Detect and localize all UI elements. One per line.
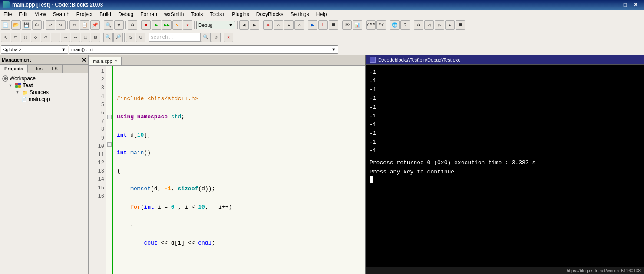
code-editor: main.cpp ✕ 1 2 3 4 5 6 7 8 9 10 11 12 13… — [89, 55, 366, 274]
tab-fs[interactable]: FS — [47, 65, 63, 73]
sep13 — [412, 21, 412, 29]
parallelogram-tool[interactable]: ▱ — [41, 33, 50, 42]
arrow-tool[interactable]: → — [61, 33, 70, 42]
diamond-tool[interactable]: ◇ — [31, 33, 40, 42]
code-text[interactable]: #include <bits/stdc++.h> using namespace… — [113, 66, 365, 274]
copy-button[interactable]: 📋 — [80, 20, 89, 30]
tab-files[interactable]: Files — [28, 65, 47, 73]
watches-button[interactable]: 👁 — [342, 20, 352, 30]
code-tab-main-cpp[interactable]: main.cpp ✕ — [89, 57, 122, 65]
scope-dropdown[interactable]: <global> ▼ — [1, 45, 68, 54]
debug-run-button[interactable]: ▶ — [308, 20, 317, 30]
menu-fortran[interactable]: Fortran — [137, 10, 161, 19]
shape-sep3 — [147, 33, 147, 42]
tab-projects[interactable]: Projects — [0, 65, 28, 73]
menu-file[interactable]: File — [0, 10, 15, 19]
extra2-button[interactable]: ⏹ — [456, 20, 465, 30]
undo-button[interactable]: ↩ — [46, 20, 55, 30]
bp4-button[interactable]: ⬨ — [294, 20, 304, 30]
terminal-content[interactable]: -1 -1 -1 -1 -1 -1 -1 -1 -1 -1 Process re… — [366, 65, 644, 267]
menu-debug[interactable]: Debug — [115, 10, 137, 19]
clear-btn[interactable]: ✕ — [224, 33, 233, 42]
cursor-tool[interactable]: ↖ — [1, 33, 10, 42]
menu-doxyblocks[interactable]: DoxyBlocks — [253, 10, 287, 19]
find-btn2[interactable]: 🔍 — [201, 33, 211, 42]
save-all-button[interactable]: 🗂 — [32, 20, 42, 30]
menu-plugins[interactable]: Plugins — [228, 10, 252, 19]
process-tool[interactable]: □ — [81, 33, 90, 42]
menu-project[interactable]: Project — [73, 10, 96, 19]
rounded-rect-tool[interactable]: ▢ — [21, 33, 30, 42]
minimize-button[interactable]: _ — [610, 2, 620, 8]
bookmark-button[interactable]: ✦ — [445, 20, 455, 30]
build-run-button[interactable]: ▶▶ — [162, 20, 172, 30]
double-arrow-tool[interactable]: ↔ — [71, 33, 80, 42]
zoom-in-button[interactable]: 🔍 — [103, 33, 113, 42]
bp3-button[interactable]: ⬧ — [284, 20, 294, 30]
management-close[interactable]: ✕ — [81, 56, 86, 63]
menu-tools-plus[interactable]: Tools+ — [206, 10, 228, 19]
debug-stop-button[interactable]: ⏸ — [318, 20, 328, 30]
menu-help[interactable]: Help — [313, 10, 330, 19]
menu-settings[interactable]: Settings — [287, 10, 312, 19]
bp2-button[interactable]: ⬦ — [274, 20, 283, 30]
redo-button[interactable]: ↪ — [56, 20, 66, 30]
stop-button[interactable]: ✕ — [183, 20, 192, 30]
settings-button[interactable]: ⚙ — [128, 20, 137, 30]
terminal-icon — [370, 57, 376, 63]
tree-workspace[interactable]: Workspace — [2, 75, 86, 82]
paste-button[interactable]: 📌 — [90, 20, 100, 30]
find-button[interactable]: 🔍 — [104, 20, 113, 30]
menu-tools[interactable]: Tools — [187, 10, 206, 19]
sep1 — [43, 21, 44, 29]
find-replace-button[interactable]: ⇄ — [114, 20, 124, 30]
save-button[interactable]: 💾 — [22, 20, 31, 30]
compile-button[interactable]: C — [136, 33, 145, 42]
fold-button-6[interactable]: - — [107, 115, 112, 119]
tab-close-icon[interactable]: ✕ — [114, 59, 118, 64]
process2-tool[interactable]: ⊞ — [91, 33, 100, 42]
open-button[interactable]: 📂 — [11, 20, 21, 30]
search-box[interactable]: search... — [149, 33, 201, 42]
svg-rect-4 — [15, 85, 18, 88]
uncomment-button[interactable]: *< — [376, 20, 386, 30]
fold-button-9[interactable]: - — [107, 142, 112, 147]
code-tab-label: main.cpp — [93, 59, 112, 64]
build-target-dropdown[interactable]: Debug ▼ — [196, 21, 235, 29]
forward-button[interactable]: ▷ — [435, 20, 444, 30]
terminal-line-7: -1 — [370, 121, 641, 129]
cut-button[interactable]: ✂ — [69, 20, 79, 30]
zoom-out-button[interactable]: 🔎 — [113, 33, 123, 42]
extra1-button[interactable]: ⚙ — [414, 20, 423, 30]
debug-abort-button[interactable]: ⏹ — [329, 20, 338, 30]
syntax-check-button[interactable]: S — [126, 33, 135, 42]
menu-edit[interactable]: Edit — [15, 10, 31, 19]
new-button[interactable]: 📄 — [1, 20, 10, 30]
line-tool[interactable]: ─ — [51, 33, 60, 42]
function-dropdown[interactable]: main() : int ▼ — [69, 45, 338, 54]
bp1-button[interactable]: ◈ — [263, 20, 273, 30]
options-btn[interactable]: ⚙ — [211, 33, 221, 42]
tree-project[interactable]: ▼ Test — [2, 82, 86, 89]
next-button[interactable]: ▶ — [250, 20, 259, 30]
menu-wxsmith[interactable]: wxSmith — [161, 10, 187, 19]
rect-tool[interactable]: ▭ — [11, 33, 20, 42]
menu-search[interactable]: Search — [50, 10, 73, 19]
stop-build-button[interactable]: ■ — [141, 20, 151, 30]
build-button[interactable]: ⚒ — [172, 20, 182, 30]
run-button[interactable]: ▶ — [152, 20, 161, 30]
web-button[interactable]: 🌐 — [390, 20, 400, 30]
back-button[interactable]: ◁ — [424, 20, 434, 30]
project-icon — [15, 82, 22, 88]
menu-view[interactable]: View — [31, 10, 50, 19]
comment-button[interactable]: /** — [366, 20, 376, 30]
call-stack-button[interactable]: 📊 — [353, 20, 362, 30]
prev-button[interactable]: ◀ — [239, 20, 249, 30]
maximize-button[interactable]: □ — [620, 2, 630, 8]
close-button[interactable]: ✕ — [630, 2, 641, 8]
menu-build[interactable]: Build — [96, 10, 115, 19]
tree-main-cpp[interactable]: 📄 main.cpp — [2, 96, 86, 103]
title-bar: main.cpp [Test] - Code::Blocks 20.03 _ □… — [0, 0, 644, 10]
tree-sources-folder[interactable]: ▼ 📁 Sources — [2, 89, 86, 96]
console-button[interactable]: ? — [400, 20, 410, 30]
